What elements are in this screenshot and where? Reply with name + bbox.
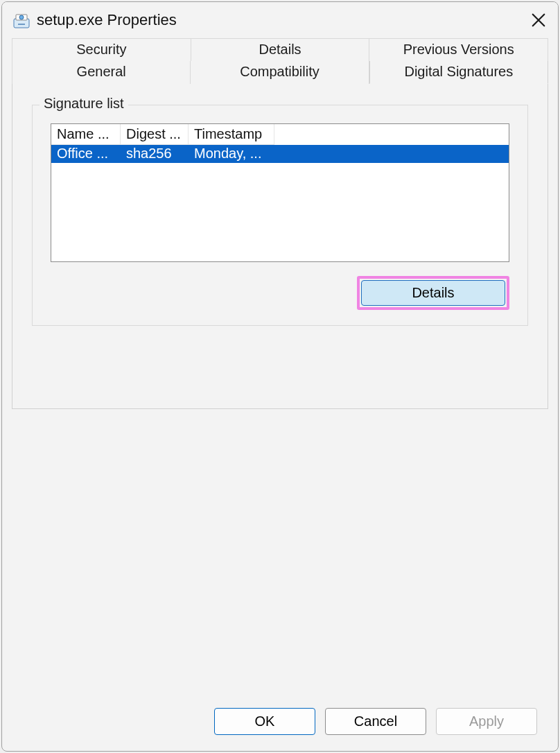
list-row[interactable]: Office ... sha256 Monday, ... [51,145,509,163]
cell-name: Office ... [51,145,121,163]
installer-icon [12,10,31,30]
header-timestamp[interactable]: Timestamp [189,124,274,145]
window-title: setup.exe Properties [37,11,523,29]
signature-list-group: Signature list Name ... Digest ... Times… [32,105,528,326]
properties-dialog: setup.exe Properties Security Details Pr… [1,1,559,752]
group-title: Signature list [40,96,128,112]
tab-general[interactable]: General [12,61,191,84]
cancel-button[interactable]: Cancel [325,708,426,735]
apply-button[interactable]: Apply [436,708,537,735]
header-name[interactable]: Name ... [51,124,121,145]
details-highlight: Details [357,276,509,310]
cell-timestamp: Monday, ... [189,145,274,163]
tab-previous-versions[interactable]: Previous Versions [369,38,548,61]
details-button[interactable]: Details [361,280,505,306]
header-digest[interactable]: Digest ... [121,124,189,145]
svg-point-2 [19,15,24,19]
tab-panel-digital-signatures: Signature list Name ... Digest ... Times… [12,84,548,409]
list-header: Name ... Digest ... Timestamp [51,124,509,145]
close-icon [531,12,546,28]
ok-button[interactable]: OK [214,708,315,735]
client-area: Security Details Previous Versions Gener… [2,38,558,751]
close-button[interactable] [523,5,554,35]
tab-security[interactable]: Security [12,38,191,61]
tab-strip: Security Details Previous Versions Gener… [12,38,548,84]
tab-details[interactable]: Details [191,38,370,61]
dialog-footer: OK Cancel Apply [12,700,548,743]
titlebar: setup.exe Properties [2,2,558,38]
cell-digest: sha256 [121,145,189,163]
tab-digital-signatures[interactable]: Digital Signatures [369,61,548,84]
signature-listview[interactable]: Name ... Digest ... Timestamp Office ...… [51,123,509,262]
tab-compatibility[interactable]: Compatibility [191,61,369,84]
